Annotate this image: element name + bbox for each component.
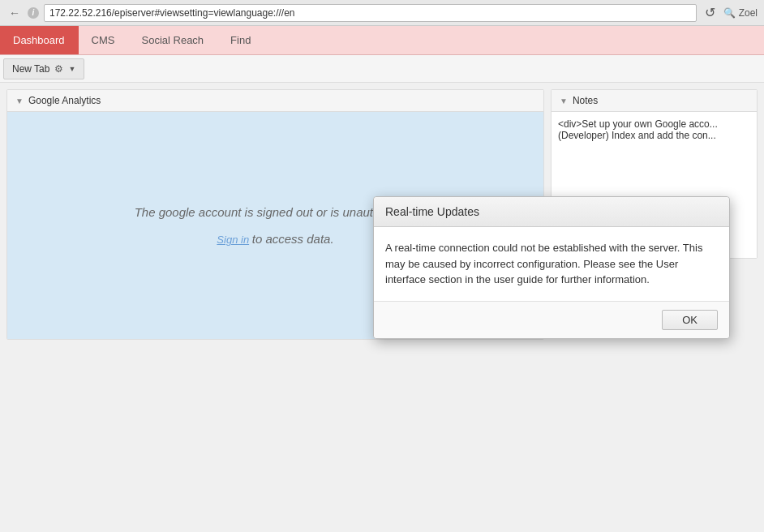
tab-dashboard-label: Dashboard (13, 34, 65, 46)
ok-button[interactable]: OK (662, 310, 718, 330)
sign-in-link[interactable]: Sign in (217, 234, 249, 246)
search-area: 🔍 Zoel (723, 7, 758, 19)
secondary-bar: New Tab ⚙ ▼ (0, 55, 764, 83)
tab-find[interactable]: Find (217, 26, 264, 54)
analytics-access-text: to access data. (252, 232, 334, 246)
back-button[interactable]: ← (6, 5, 23, 21)
main-content: ▼ Google Analytics The google account is… (0, 83, 764, 532)
notes-toggle-icon: ▼ (560, 97, 568, 105)
toggle-icon: ▼ (15, 97, 24, 105)
tab-dashboard[interactable]: Dashboard (0, 26, 79, 54)
reload-button[interactable]: ↺ (702, 5, 719, 20)
notes-title: Notes (573, 95, 598, 106)
realtime-updates-dialog: Real-time Updates A real-time connection… (373, 196, 730, 339)
new-tab-label: New Tab (12, 63, 49, 75)
url-bar[interactable]: 172.22.52.216/episerver#viewsetting=view… (44, 4, 697, 22)
tab-cms-label: CMS (92, 34, 115, 46)
search-icon: 🔍 (723, 7, 736, 19)
tab-cms[interactable]: CMS (79, 26, 129, 54)
new-tab-button[interactable]: New Tab ⚙ ▼ (3, 58, 84, 79)
analytics-title: Google Analytics (28, 95, 101, 106)
tab-find-label: Find (230, 34, 251, 46)
browser-bar: ← i 172.22.52.216/episerver#viewsetting=… (0, 0, 764, 26)
analytics-header: ▼ Google Analytics (7, 90, 543, 112)
info-icon: i (28, 7, 39, 19)
notes-header: ▼ Notes (552, 90, 757, 112)
nav-bar: Dashboard CMS Social Reach Find (0, 26, 764, 55)
notes-content: <div>Set up your own Google acco...(Deve… (558, 118, 718, 141)
analytics-signin-row: Sign in to access data. (217, 232, 333, 246)
dialog-body: A real-time connection could not be esta… (374, 227, 729, 302)
search-label: Zoel (739, 7, 758, 19)
tab-social-reach[interactable]: Social Reach (129, 26, 218, 54)
url-text: 172.22.52.216/episerver#viewsetting=view… (49, 7, 295, 19)
chevron-down-icon: ▼ (68, 65, 75, 73)
dialog-footer: OK (374, 302, 729, 338)
gear-icon: ⚙ (54, 63, 63, 75)
tab-social-reach-label: Social Reach (142, 34, 204, 46)
dialog-title: Real-time Updates (374, 197, 729, 227)
